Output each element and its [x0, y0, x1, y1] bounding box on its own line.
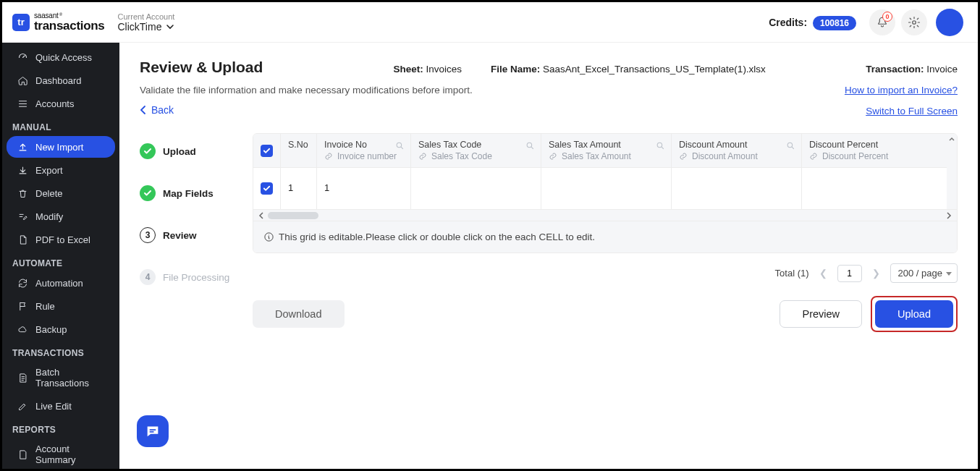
- chat-float-button[interactable]: [137, 415, 169, 447]
- sidebar-item-export[interactable]: Export: [7, 159, 115, 181]
- page-next[interactable]: ❯: [869, 268, 883, 279]
- grid-header: S.No Invoice No Invoice number Sales Tax…: [253, 134, 957, 168]
- meta-file: File Name: SaasAnt_Excel_Transactions_US…: [491, 64, 766, 75]
- select-all-checkbox[interactable]: [253, 134, 281, 167]
- sidebar-item-rule[interactable]: Rule: [7, 295, 115, 317]
- page-prev[interactable]: ❮: [816, 268, 830, 279]
- sidebar-section-transactions: TRANSACTIONS: [2, 341, 119, 361]
- col-invoice-no[interactable]: Invoice No Invoice number: [317, 134, 411, 167]
- sidebar-item-pdf-to-excel[interactable]: PDF to Excel: [7, 229, 115, 250]
- pager: Total (1) ❮ ❯ 200 / page: [253, 263, 958, 283]
- search-icon[interactable]: [525, 141, 535, 150]
- grid-note: This grid is editable.Please click or do…: [253, 221, 957, 253]
- sidebar-item-dashboard[interactable]: Dashboard: [7, 69, 115, 91]
- col-sales-tax-code[interactable]: Sales Tax Code Sales Tax Code: [411, 134, 541, 167]
- svg-point-2: [527, 143, 532, 148]
- sidebar-item-label: Export: [35, 165, 63, 176]
- download-button[interactable]: Download: [253, 300, 345, 328]
- sidebar-item-backup[interactable]: Backup: [7, 318, 115, 340]
- credits-badge: 100816: [813, 16, 856, 30]
- sidebar-item-label: Accounts: [35, 98, 74, 109]
- page-number-input[interactable]: [837, 265, 862, 282]
- sidebar-item-label: Account Summary: [35, 444, 105, 465]
- check-icon: [263, 147, 271, 155]
- logo-brand-bottom: transactions: [34, 20, 105, 32]
- sidebar-item-label: Live Edit: [35, 401, 72, 412]
- scroll-thumb[interactable]: [268, 212, 318, 219]
- info-icon: [263, 232, 274, 242]
- col-discount-amount[interactable]: Discount Amount Discount Amount: [672, 134, 802, 167]
- link-icon: [679, 152, 688, 161]
- sidebar-item-modify[interactable]: Modify: [7, 205, 115, 227]
- sidebar-item-account-summary[interactable]: Account Summary: [7, 438, 115, 469]
- sidebar-item-label: Automation: [35, 278, 83, 289]
- cell-sales-tax-amount[interactable]: [541, 168, 672, 209]
- sidebar-item-label: Batch Transactions: [35, 367, 105, 389]
- link-fullscreen[interactable]: Switch to Full Screen: [845, 106, 958, 116]
- header: tr saasant® transactions Current Account…: [2, 2, 978, 43]
- page-title: Review & Upload: [140, 59, 263, 76]
- data-grid: S.No Invoice No Invoice number Sales Tax…: [253, 133, 958, 253]
- settings-button[interactable]: [901, 9, 927, 35]
- check-icon: [263, 184, 271, 192]
- col-discount-percent[interactable]: Discount Percent Discount Percent: [802, 134, 957, 167]
- sidebar-item-label: Dashboard: [35, 75, 82, 86]
- row-checkbox[interactable]: [253, 168, 281, 209]
- link-icon: [549, 152, 557, 161]
- link-icon: [418, 152, 427, 161]
- sidebar-item-quick-access[interactable]: Quick Access: [7, 46, 115, 68]
- account-switcher[interactable]: Current Account ClickTime: [118, 12, 175, 33]
- gauge-icon: [17, 51, 28, 63]
- chevron-down-icon: [166, 22, 174, 31]
- step-file-processing: 4 File Processing: [140, 269, 238, 285]
- sidebar-item-label: Modify: [35, 211, 63, 222]
- sidebar-item-label: Delete: [35, 188, 63, 199]
- pencil-icon: [17, 400, 28, 412]
- upload-button[interactable]: Upload: [875, 300, 953, 328]
- home-icon: [17, 75, 28, 86]
- list-icon: [17, 98, 28, 109]
- cell-sno[interactable]: 1: [281, 168, 317, 209]
- sidebar-item-label: Backup: [35, 324, 67, 335]
- scroll-right-icon[interactable]: [944, 211, 954, 221]
- doc-icon: [17, 449, 28, 460]
- upload-icon: [17, 141, 28, 153]
- col-sales-tax-amount[interactable]: Sales Tax Amount Sales Tax Amount: [541, 134, 672, 167]
- sidebar-section-automate: AUTOMATE: [2, 251, 119, 271]
- link-how-to-import[interactable]: How to import an Invoice?: [845, 85, 958, 96]
- sidebar-item-batch-transactions[interactable]: Batch Transactions: [7, 362, 115, 394]
- svg-point-1: [397, 143, 402, 148]
- account-name: ClickTime: [118, 21, 162, 33]
- col-sno[interactable]: S.No: [281, 134, 317, 167]
- link-icon: [324, 152, 333, 161]
- cell-invoice-no[interactable]: 1: [317, 168, 411, 209]
- cell-discount-amount[interactable]: [672, 168, 802, 209]
- sidebar-section-reports: REPORTS: [2, 417, 119, 438]
- sidebar-item-automation[interactable]: Automation: [7, 272, 115, 294]
- trash-icon: [17, 187, 28, 199]
- notifications-button[interactable]: 0: [869, 9, 895, 35]
- credits: Credits: 100816: [769, 17, 856, 28]
- edit-icon: [17, 211, 28, 222]
- search-icon[interactable]: [395, 141, 405, 150]
- search-icon[interactable]: [786, 141, 795, 150]
- page-size-select[interactable]: 200 / page: [890, 263, 958, 283]
- avatar[interactable]: [936, 9, 963, 36]
- meta-transaction: Transaction: Invoice: [866, 64, 958, 75]
- sidebar-item-delete[interactable]: Delete: [7, 182, 115, 204]
- back-button[interactable]: Back: [140, 104, 174, 116]
- scroll-left-icon[interactable]: [256, 211, 266, 221]
- sidebar-item-new-import[interactable]: New Import: [7, 136, 115, 158]
- cycle-icon: [17, 277, 28, 289]
- logo[interactable]: tr saasant® transactions: [12, 12, 105, 32]
- table-row[interactable]: 1 1: [253, 168, 957, 209]
- search-icon[interactable]: [656, 141, 665, 150]
- notification-count: 0: [882, 12, 892, 22]
- sidebar-item-accounts[interactable]: Accounts: [7, 93, 115, 114]
- sidebar-item-label: PDF to Excel: [35, 234, 90, 245]
- preview-button[interactable]: Preview: [780, 300, 862, 328]
- cell-discount-percent[interactable]: [802, 168, 957, 209]
- horizontal-scrollbar[interactable]: [253, 209, 957, 221]
- sidebar-item-live-edit[interactable]: Live Edit: [7, 395, 115, 417]
- cell-sales-tax-code[interactable]: [411, 168, 541, 209]
